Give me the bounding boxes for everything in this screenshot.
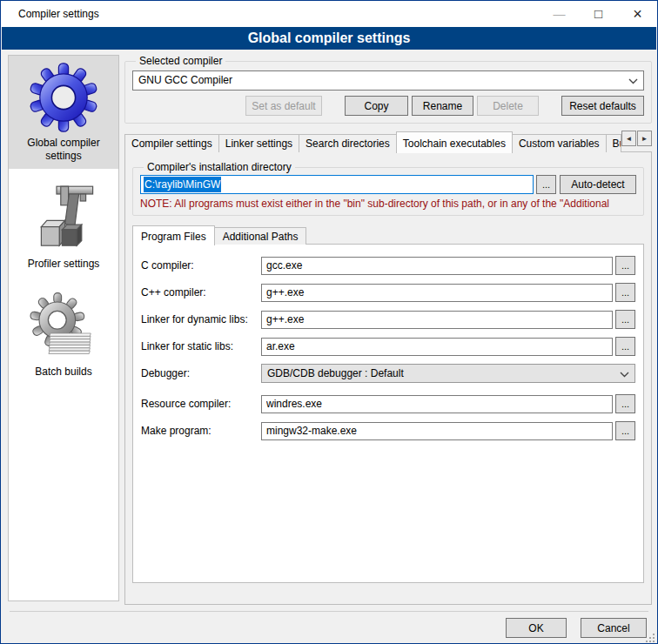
compiler-select-value: GNU GCC Compiler (138, 74, 232, 86)
program-files-tabstrip: Program Files Additional Paths (132, 225, 644, 245)
settings-category-list: Global compiler settings (8, 55, 119, 601)
cpp-compiler-browse-button[interactable]: ... (615, 283, 635, 302)
sidebar-item-label: Profiler settings (28, 258, 100, 271)
toolchain-executables-page: Compiler's installation directory C:\ray… (124, 151, 652, 605)
linker-static-label: Linker for static libs: (141, 340, 261, 352)
tab-compiler-settings[interactable]: Compiler settings (124, 134, 219, 152)
gear-blue-icon (29, 63, 98, 132)
tab-program-files[interactable]: Program Files (132, 225, 215, 245)
set-as-default-button[interactable]: Set as default (245, 96, 322, 116)
linker-static-input[interactable] (261, 338, 613, 356)
tab-additional-paths[interactable]: Additional Paths (214, 227, 307, 245)
debugger-row: Debugger: GDB/CDB debugger : Default (141, 364, 635, 383)
installation-directory-browse-button[interactable]: ... (536, 175, 556, 194)
debugger-label: Debugger: (141, 367, 261, 379)
settings-tabstrip: Compiler settings Linker settings Search… (124, 131, 652, 152)
tab-scroll-buttons: ◄ ► (621, 131, 652, 146)
debugger-select-value: GDB/CDB debugger : Default (267, 367, 404, 379)
cpp-compiler-row: C++ compiler: ... (141, 283, 635, 302)
arrow-left-icon: ◄ (626, 135, 633, 143)
arrow-right-icon: ► (641, 135, 648, 143)
dialog-header: Global compiler settings (2, 27, 656, 50)
minimize-icon: — (554, 7, 566, 21)
resource-compiler-input[interactable] (261, 395, 613, 413)
tab-scroll-right-button[interactable]: ► (637, 131, 652, 146)
c-compiler-input[interactable] (261, 257, 613, 275)
minimize-button[interactable]: — (540, 1, 579, 27)
installation-directory-row: C:\raylib\MinGW ... Auto-detect (140, 175, 636, 194)
linker-static-browse-button[interactable]: ... (615, 337, 635, 356)
gear-paper-stack-icon (29, 292, 98, 361)
linker-dynamic-label: Linker for dynamic libs: (141, 313, 261, 325)
tab-build-options[interactable]: Build options (606, 134, 621, 152)
tab-custom-variables[interactable]: Custom variables (512, 134, 607, 152)
program-files-page: C compiler: ... C++ compiler: ... Linker… (132, 244, 644, 583)
linker-static-row: Linker for static libs: ... (141, 337, 635, 356)
linker-dynamic-row: Linker for dynamic libs: ... (141, 310, 635, 329)
tab-toolchain-executables[interactable]: Toolchain executables (396, 131, 513, 153)
auto-detect-button[interactable]: Auto-detect (560, 175, 636, 194)
maximize-button[interactable]: □ (579, 1, 618, 27)
window-controls: — □ × (540, 1, 657, 27)
compiler-settings-dialog: Compiler settings — □ × Global compiler … (0, 0, 658, 644)
make-program-row: Make program: ... (141, 421, 635, 440)
linker-dynamic-browse-button[interactable]: ... (615, 310, 635, 329)
rename-button[interactable]: Rename (412, 96, 473, 116)
resource-compiler-row: Resource compiler: ... (141, 394, 635, 413)
titlebar: Compiler settings — □ × (1, 1, 657, 27)
c-compiler-browse-button[interactable]: ... (615, 256, 635, 275)
chevron-down-icon (628, 78, 637, 84)
resource-compiler-browse-button[interactable]: ... (615, 394, 635, 413)
installation-directory-note: NOTE: All programs must exist either in … (140, 198, 636, 210)
c-compiler-row: C compiler: ... (141, 256, 635, 275)
resource-compiler-label: Resource compiler: (141, 398, 261, 410)
sidebar-item-label: Batch builds (35, 366, 91, 379)
program-files-notebook: Program Files Additional Paths C compile… (132, 225, 644, 583)
reset-defaults-button[interactable]: Reset defaults (561, 96, 644, 116)
close-button[interactable]: × (618, 1, 657, 27)
installation-directory-group: Compiler's installation directory C:\ray… (132, 161, 644, 216)
tab-linker-settings[interactable]: Linker settings (218, 134, 299, 152)
make-program-input[interactable] (261, 422, 613, 440)
caliper-blocks-icon (29, 184, 98, 253)
tab-search-directories[interactable]: Search directories (299, 134, 397, 152)
ok-button[interactable]: OK (506, 618, 567, 638)
sidebar-item-label: Global compiler settings (11, 137, 116, 163)
selected-compiler-group: Selected compiler GNU GCC Compiler Set a… (124, 55, 652, 124)
linker-dynamic-input[interactable] (261, 311, 613, 329)
maximize-icon: □ (594, 6, 602, 21)
tab-scroll-left-button[interactable]: ◄ (621, 131, 636, 146)
make-program-label: Make program: (141, 425, 261, 437)
window-title: Compiler settings (18, 8, 99, 20)
c-compiler-label: C compiler: (141, 259, 261, 272)
dialog-content: Global compiler settings (1, 50, 657, 644)
make-program-browse-button[interactable]: ... (615, 421, 635, 440)
sidebar-item-global-compiler-settings[interactable]: Global compiler settings (9, 56, 118, 169)
copy-button[interactable]: Copy (345, 96, 408, 116)
compiler-select[interactable]: GNU GCC Compiler (132, 70, 644, 91)
cpp-compiler-input[interactable] (261, 284, 613, 302)
selected-compiler-legend: Selected compiler (136, 55, 225, 67)
installation-directory-input[interactable]: C:\raylib\MinGW (140, 175, 534, 194)
close-icon: × (633, 5, 642, 23)
main-panel: Selected compiler GNU GCC Compiler Set a… (124, 55, 652, 601)
sidebar-item-profiler-settings[interactable]: Profiler settings (9, 177, 118, 277)
installation-directory-legend: Compiler's installation directory (144, 161, 295, 173)
sidebar-item-batch-builds[interactable]: Batch builds (9, 285, 118, 385)
compiler-buttons-row: Set as default Copy Rename Delete Reset … (132, 96, 644, 116)
delete-button[interactable]: Delete (477, 96, 539, 116)
installation-directory-value: C:\raylib\MinGW (144, 177, 221, 192)
footer-separator (10, 611, 648, 612)
chevron-down-icon (620, 372, 628, 377)
cancel-button[interactable]: Cancel (581, 618, 647, 638)
debugger-select[interactable]: GDB/CDB debugger : Default (261, 364, 635, 383)
resize-grip[interactable] (644, 632, 655, 643)
cpp-compiler-label: C++ compiler: (141, 286, 261, 299)
